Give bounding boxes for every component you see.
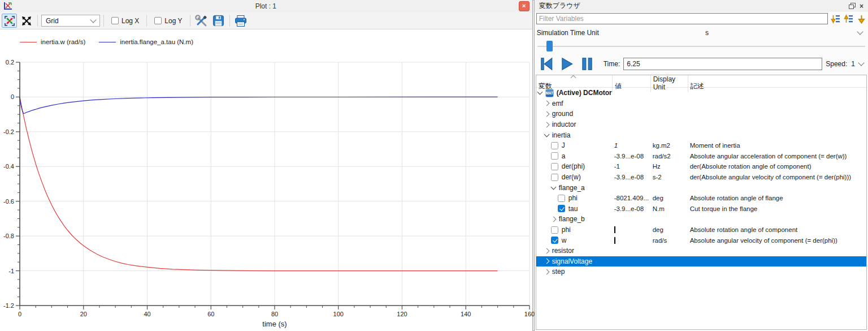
tree-row[interactable]: flange_b (536, 214, 866, 225)
expander-closed-icon[interactable] (544, 111, 549, 117)
variable-checkbox[interactable] (551, 237, 558, 244)
tree-row[interactable]: tau-3.9...e-08N.mCut torque in the flang… (536, 204, 866, 214)
value-editbox[interactable] (614, 226, 615, 233)
play-button[interactable] (558, 55, 575, 72)
sort-down-button[interactable] (856, 13, 867, 24)
tree-row[interactable]: phidegAbsolute rotation angle of compone… (536, 225, 866, 235)
auto-scale-icon (4, 15, 15, 27)
tree-row[interactable]: J1kg.m2Moment of inertia (536, 140, 866, 151)
fit-in-view-button[interactable] (19, 14, 34, 28)
tree-row[interactable]: flange_a (536, 182, 866, 193)
slider-handle[interactable] (546, 41, 553, 51)
auto-scale-button[interactable] (2, 14, 17, 28)
svg-text:-1: -1 (8, 268, 14, 274)
svg-text:-0.8: -0.8 (3, 233, 14, 239)
variable-label: inductor (552, 121, 576, 128)
variable-value: -8021.409... (614, 195, 649, 201)
chevron-down-icon (857, 28, 863, 35)
svg-text:140: 140 (461, 311, 471, 317)
expander-closed-icon[interactable] (544, 101, 549, 106)
printer-icon (235, 15, 247, 27)
log-y-checkbox[interactable]: Log Y (150, 17, 186, 25)
variable-unit: rad/s2 (651, 153, 688, 160)
plot-canvas[interactable]: 0204060801001201401600.20-0.2-0.4-0.6-0.… (0, 29, 540, 331)
variable-value: -3.9...e-08 (614, 174, 644, 180)
close-dock-icon[interactable]: × (860, 3, 863, 10)
variable-description: Absolute rotation angle of component (688, 226, 866, 233)
log-x-checkbox[interactable]: Log X (107, 17, 143, 25)
variable-label: tau (568, 205, 578, 213)
variable-value: 1 (614, 142, 618, 149)
tree-row[interactable]: phi-8021.409...degAbsolute rotation angl… (536, 193, 866, 204)
tree-row[interactable]: inertia (536, 130, 866, 140)
tree-row[interactable]: der(w)-3.9...e-08s-2der(Absolute angular… (536, 172, 866, 183)
simulation-time-slider[interactable] (535, 40, 868, 53)
variable-description: der(Absolute angular velocity of compone… (688, 174, 866, 180)
float-dock-icon[interactable] (849, 3, 856, 9)
grid-combobox[interactable]: Grid (41, 15, 100, 27)
tree-row[interactable]: ground (536, 109, 866, 119)
filter-variables-input[interactable] (536, 13, 828, 24)
print-plot-button[interactable] (233, 14, 249, 28)
tree-row[interactable]: a-3.9...e-08rad/s2Absolute angular accel… (536, 151, 866, 162)
log-y-label: Log Y (164, 17, 182, 25)
speed-combobox[interactable]: Speed: 1 (826, 60, 865, 68)
svg-text:40: 40 (144, 311, 150, 317)
variable-unit: deg (651, 195, 688, 201)
tree-row[interactable]: emf (536, 98, 866, 109)
variable-checkbox[interactable] (551, 163, 558, 170)
variable-checkbox[interactable] (551, 142, 558, 149)
column-header-value[interactable]: 値 (613, 75, 651, 92)
expander-closed-icon[interactable] (544, 259, 549, 264)
expander-open-icon[interactable] (544, 131, 549, 137)
tree-row[interactable]: der(phi)-1Hzder(Absolute rotation angle … (536, 161, 866, 172)
variable-checkbox[interactable] (551, 174, 558, 181)
skip-to-start-button[interactable] (538, 55, 555, 72)
toolbar-separator (103, 15, 104, 27)
tree-row[interactable]: inductor (536, 119, 866, 130)
expander-closed-icon[interactable] (544, 269, 549, 274)
plot-setup-button[interactable] (194, 14, 209, 28)
speed-value: 1 (851, 60, 855, 68)
tree-row[interactable]: step (536, 266, 866, 277)
variable-checkbox[interactable] (551, 226, 558, 234)
column-header-description[interactable]: 記述 (688, 75, 866, 92)
expand-all-button[interactable] (830, 13, 841, 24)
tree-row[interactable]: resistor (536, 246, 866, 256)
variable-label: phi (568, 194, 578, 202)
variable-unit: s-2 (651, 174, 688, 180)
save-icon (212, 15, 224, 27)
arrow-down-icon (857, 14, 866, 24)
variable-checkbox[interactable] (558, 195, 565, 202)
expander-open-icon[interactable] (550, 184, 556, 190)
log-x-checkbox-box (111, 17, 119, 24)
tree-row[interactable]: wrad/sAbsolute angular velocity of compo… (536, 235, 866, 246)
variable-label: flange_b (559, 215, 585, 223)
svg-text:0.2: 0.2 (6, 59, 14, 66)
variable-label: inertia (552, 131, 571, 139)
svg-text:60: 60 (207, 311, 214, 317)
expander-closed-icon[interactable] (544, 122, 549, 127)
collapse-all-button[interactable] (843, 13, 854, 24)
variable-label: emf (552, 100, 563, 108)
svg-text:80: 80 (271, 311, 278, 317)
close-plot-icon[interactable]: × (519, 1, 530, 11)
variable-label: phi (562, 226, 571, 234)
variables-tree-body: MAT(Active) DCMotoremfgroundinductoriner… (536, 88, 866, 329)
expander-closed-icon[interactable] (550, 216, 556, 222)
column-header-display-unit[interactable]: Display Unit (651, 75, 688, 92)
variable-checkbox[interactable] (551, 152, 558, 160)
value-editbox[interactable] (614, 237, 615, 244)
expander-closed-icon[interactable] (544, 248, 549, 253)
time-input[interactable] (623, 58, 822, 70)
variable-checkbox[interactable] (558, 205, 565, 212)
plot-title: Plot : 1 (13, 2, 519, 10)
plot-window: Plot : 1 × Grid (0, 0, 533, 331)
save-plot-button[interactable] (211, 14, 226, 28)
variable-unit: rad/s (651, 237, 688, 244)
pause-button[interactable] (579, 55, 596, 72)
simulation-time-unit-combobox[interactable]: s (702, 27, 866, 38)
variable-unit: Hz (651, 163, 688, 170)
svg-text:20: 20 (80, 311, 87, 317)
tree-row[interactable]: signalVoltage (536, 256, 866, 267)
